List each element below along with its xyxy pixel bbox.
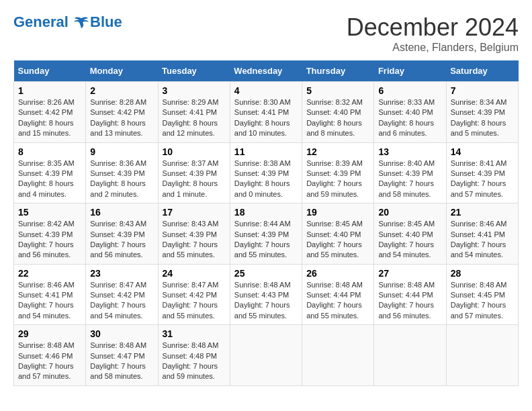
calendar-cell: 14Sunrise: 8:41 AMSunset: 4:39 PMDayligh… xyxy=(446,142,518,203)
daylight-text: Daylight: 8 hours and 5 minutes. xyxy=(451,119,506,137)
calendar-cell: 27Sunrise: 8:48 AMSunset: 4:44 PMDayligh… xyxy=(374,264,446,325)
day-number: 6 xyxy=(378,85,441,96)
sunrise-text: Sunrise: 8:47 AM xyxy=(90,281,146,289)
day-info: Sunrise: 8:32 AMSunset: 4:40 PMDaylight:… xyxy=(306,97,369,139)
day-info: Sunrise: 8:35 AMSunset: 4:39 PMDaylight:… xyxy=(18,158,81,200)
sunrise-text: Sunrise: 8:48 AM xyxy=(90,341,146,349)
daylight-text: Daylight: 8 hours and 15 minutes. xyxy=(18,119,74,137)
day-info: Sunrise: 8:47 AMSunset: 4:42 PMDaylight:… xyxy=(163,280,226,322)
sunset-text: Sunset: 4:39 PM xyxy=(90,230,144,238)
calendar-cell: 17Sunrise: 8:43 AMSunset: 4:39 PMDayligh… xyxy=(158,203,230,265)
weekday-header-saturday: Saturday xyxy=(446,60,518,82)
sunrise-text: Sunrise: 8:44 AM xyxy=(234,220,291,228)
calendar-cell: 21Sunrise: 8:46 AMSunset: 4:41 PMDayligh… xyxy=(446,203,518,265)
sunrise-text: Sunrise: 8:36 AM xyxy=(90,159,146,167)
sunrise-text: Sunrise: 8:41 AM xyxy=(451,159,507,167)
day-number: 5 xyxy=(306,85,369,96)
day-info: Sunrise: 8:48 AMSunset: 4:46 PMDaylight:… xyxy=(18,340,81,382)
sunset-text: Sunset: 4:39 PM xyxy=(451,169,505,177)
day-number: 26 xyxy=(306,268,369,279)
daylight-text: Daylight: 7 hours and 55 minutes. xyxy=(234,240,290,259)
daylight-text: Daylight: 7 hours and 57 minutes. xyxy=(451,179,506,197)
sunrise-text: Sunrise: 8:30 AM xyxy=(234,98,291,106)
calendar-cell: 12Sunrise: 8:39 AMSunset: 4:39 PMDayligh… xyxy=(302,142,374,203)
daylight-text: Daylight: 7 hours and 56 minutes. xyxy=(18,240,74,259)
daylight-text: Daylight: 7 hours and 56 minutes. xyxy=(90,240,146,259)
daylight-text: Daylight: 7 hours and 54 minutes. xyxy=(378,240,434,259)
calendar-cell: 30Sunrise: 8:48 AMSunset: 4:47 PMDayligh… xyxy=(86,325,158,386)
sunset-text: Sunset: 4:44 PM xyxy=(378,291,433,299)
logo-bird-icon xyxy=(74,15,89,30)
daylight-text: Daylight: 7 hours and 58 minutes. xyxy=(378,179,434,197)
sunset-text: Sunset: 4:39 PM xyxy=(234,230,289,238)
day-number: 27 xyxy=(378,268,441,279)
day-info: Sunrise: 8:36 AMSunset: 4:39 PMDaylight:… xyxy=(90,158,153,200)
sunrise-text: Sunrise: 8:26 AM xyxy=(18,98,75,106)
calendar-week-row: 15Sunrise: 8:42 AMSunset: 4:39 PMDayligh… xyxy=(14,203,519,265)
calendar-week-row: 22Sunrise: 8:46 AMSunset: 4:41 PMDayligh… xyxy=(14,264,519,325)
sunset-text: Sunset: 4:40 PM xyxy=(378,108,433,116)
calendar-cell: 28Sunrise: 8:48 AMSunset: 4:45 PMDayligh… xyxy=(446,264,518,325)
weekday-header-monday: Monday xyxy=(86,60,158,82)
daylight-text: Daylight: 7 hours and 59 minutes. xyxy=(163,362,218,380)
logo: General Blue xyxy=(13,13,122,31)
day-info: Sunrise: 8:43 AMSunset: 4:39 PMDaylight:… xyxy=(90,219,153,261)
day-info: Sunrise: 8:45 AMSunset: 4:40 PMDaylight:… xyxy=(378,219,441,261)
sunset-text: Sunset: 4:40 PM xyxy=(306,230,361,238)
day-info: Sunrise: 8:48 AMSunset: 4:47 PMDaylight:… xyxy=(90,340,153,382)
sunrise-text: Sunrise: 8:45 AM xyxy=(306,220,363,228)
weekday-header-wednesday: Wednesday xyxy=(230,60,302,82)
day-info: Sunrise: 8:48 AMSunset: 4:43 PMDaylight:… xyxy=(234,280,298,322)
day-info: Sunrise: 8:48 AMSunset: 4:44 PMDaylight:… xyxy=(378,280,441,322)
sunset-text: Sunset: 4:39 PM xyxy=(18,230,73,238)
sunrise-text: Sunrise: 8:29 AM xyxy=(163,98,219,106)
daylight-text: Daylight: 8 hours and 6 minutes. xyxy=(378,119,434,137)
day-info: Sunrise: 8:48 AMSunset: 4:44 PMDaylight:… xyxy=(306,280,369,322)
daylight-text: Daylight: 7 hours and 59 minutes. xyxy=(306,179,362,197)
calendar-cell: 9Sunrise: 8:36 AMSunset: 4:39 PMDaylight… xyxy=(86,142,158,203)
sunset-text: Sunset: 4:39 PM xyxy=(163,169,217,177)
daylight-text: Daylight: 7 hours and 54 minutes. xyxy=(90,301,146,319)
sunset-text: Sunset: 4:41 PM xyxy=(451,230,505,238)
daylight-text: Daylight: 7 hours and 55 minutes. xyxy=(234,301,290,319)
day-info: Sunrise: 8:44 AMSunset: 4:39 PMDaylight:… xyxy=(234,219,298,261)
logo-text-line2: Blue xyxy=(90,13,122,30)
calendar-cell: 31Sunrise: 8:48 AMSunset: 4:48 PMDayligh… xyxy=(158,325,230,386)
calendar-cell: 7Sunrise: 8:34 AMSunset: 4:39 PMDaylight… xyxy=(446,82,518,143)
calendar-week-row: 29Sunrise: 8:48 AMSunset: 4:46 PMDayligh… xyxy=(14,325,519,386)
day-info: Sunrise: 8:47 AMSunset: 4:42 PMDaylight:… xyxy=(90,280,153,322)
calendar-body: 1Sunrise: 8:26 AMSunset: 4:42 PMDaylight… xyxy=(14,82,519,386)
calendar-cell xyxy=(302,325,374,386)
day-number: 10 xyxy=(163,146,226,157)
day-number: 24 xyxy=(163,268,226,279)
calendar-cell: 23Sunrise: 8:47 AMSunset: 4:42 PMDayligh… xyxy=(86,264,158,325)
calendar-cell: 16Sunrise: 8:43 AMSunset: 4:39 PMDayligh… xyxy=(86,203,158,265)
day-number: 7 xyxy=(451,85,514,96)
weekday-header-thursday: Thursday xyxy=(302,60,374,82)
sunset-text: Sunset: 4:46 PM xyxy=(18,352,73,360)
sunrise-text: Sunrise: 8:48 AM xyxy=(378,281,435,289)
daylight-text: Daylight: 8 hours and 12 minutes. xyxy=(163,119,218,137)
day-number: 3 xyxy=(163,85,226,96)
sunrise-text: Sunrise: 8:28 AM xyxy=(90,98,146,106)
calendar-week-row: 1Sunrise: 8:26 AMSunset: 4:42 PMDaylight… xyxy=(14,82,519,143)
day-info: Sunrise: 8:46 AMSunset: 4:41 PMDaylight:… xyxy=(451,219,514,261)
sunset-text: Sunset: 4:40 PM xyxy=(306,108,361,116)
day-info: Sunrise: 8:33 AMSunset: 4:40 PMDaylight:… xyxy=(378,97,441,139)
daylight-text: Daylight: 7 hours and 54 minutes. xyxy=(18,301,74,319)
sunrise-text: Sunrise: 8:43 AM xyxy=(90,220,146,228)
calendar-cell: 10Sunrise: 8:37 AMSunset: 4:39 PMDayligh… xyxy=(158,142,230,203)
sunset-text: Sunset: 4:47 PM xyxy=(90,352,144,360)
calendar-cell: 8Sunrise: 8:35 AMSunset: 4:39 PMDaylight… xyxy=(14,142,86,203)
day-info: Sunrise: 8:42 AMSunset: 4:39 PMDaylight:… xyxy=(18,219,81,261)
sunrise-text: Sunrise: 8:42 AM xyxy=(18,220,75,228)
calendar-cell: 19Sunrise: 8:45 AMSunset: 4:40 PMDayligh… xyxy=(302,203,374,265)
day-info: Sunrise: 8:39 AMSunset: 4:39 PMDaylight:… xyxy=(306,158,369,200)
day-number: 12 xyxy=(306,146,369,157)
sunrise-text: Sunrise: 8:40 AM xyxy=(378,159,435,167)
title-section: December 2024 Astene, Flanders, Belgium xyxy=(347,13,519,54)
weekday-row: SundayMondayTuesdayWednesdayThursdayFrid… xyxy=(14,60,519,82)
calendar-cell: 20Sunrise: 8:45 AMSunset: 4:40 PMDayligh… xyxy=(374,203,446,265)
daylight-text: Daylight: 7 hours and 57 minutes. xyxy=(18,362,74,380)
sunset-text: Sunset: 4:39 PM xyxy=(18,169,73,177)
